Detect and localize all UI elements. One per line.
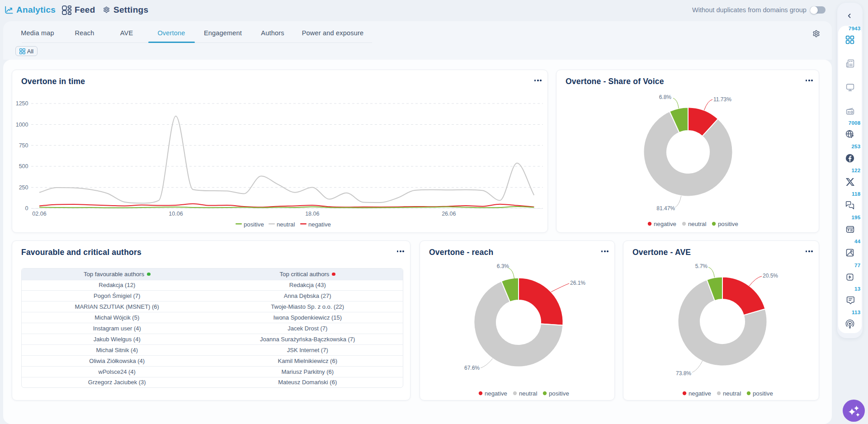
svg-text:negative: negative <box>485 390 507 397</box>
svg-text:6.8%: 6.8% <box>659 94 672 100</box>
svg-text:20.5%: 20.5% <box>763 273 778 279</box>
svg-text:neutral: neutral <box>688 221 706 227</box>
svg-text:neutral: neutral <box>277 221 295 228</box>
svg-text:neutral: neutral <box>519 390 537 397</box>
svg-text:6.3%: 6.3% <box>497 263 509 269</box>
svg-text:18.06: 18.06 <box>305 211 319 217</box>
svg-text:positive: positive <box>549 390 569 397</box>
svg-text:negative: negative <box>654 221 676 227</box>
svg-text:26.1%: 26.1% <box>570 280 585 286</box>
svg-text:67.6%: 67.6% <box>464 365 480 371</box>
svg-text:750: 750 <box>19 142 28 149</box>
svg-text:negative: negative <box>689 390 711 397</box>
svg-text:1000: 1000 <box>16 122 28 128</box>
svg-text:positive: positive <box>753 390 773 397</box>
svg-text:negative: negative <box>308 221 331 228</box>
svg-text:10.06: 10.06 <box>169 211 183 217</box>
svg-text:26.06: 26.06 <box>442 211 456 217</box>
svg-text:1250: 1250 <box>16 100 28 107</box>
svg-text:positive: positive <box>244 221 264 228</box>
svg-text:0: 0 <box>25 205 28 212</box>
svg-text:neutral: neutral <box>723 390 741 397</box>
svg-text:81.47%: 81.47% <box>656 205 675 212</box>
svg-text:500: 500 <box>19 163 28 170</box>
svg-text:11.73%: 11.73% <box>713 96 731 103</box>
svg-text:positive: positive <box>718 221 738 227</box>
svg-text:5.7%: 5.7% <box>695 263 708 269</box>
svg-text:02.06: 02.06 <box>32 211 46 217</box>
svg-text:73.8%: 73.8% <box>676 370 691 377</box>
svg-text:250: 250 <box>19 184 28 191</box>
